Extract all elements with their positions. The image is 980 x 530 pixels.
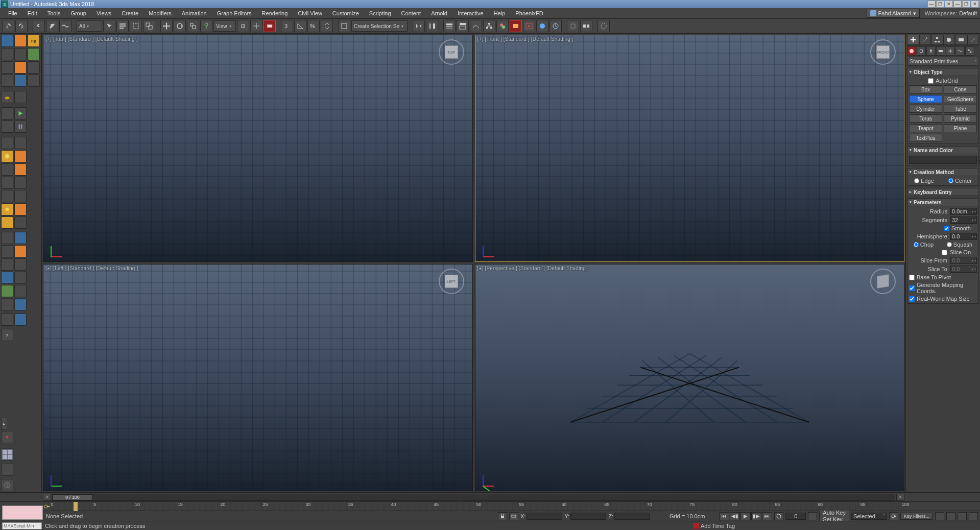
time-marker[interactable]	[74, 502, 78, 511]
smooth-checkbox[interactable]	[944, 226, 949, 231]
obj-cone[interactable]: Cone	[944, 85, 977, 93]
edit-named-sel-button[interactable]	[338, 20, 350, 32]
help-icon[interactable]: ?	[1, 329, 13, 341]
frame-icon[interactable]	[14, 314, 27, 326]
keyboard-shortcut-override-button[interactable]	[264, 20, 276, 32]
z-input[interactable]	[614, 513, 650, 520]
menu-civilview[interactable]: Civil View	[293, 9, 327, 17]
create-tab[interactable]	[907, 35, 919, 45]
render-setup-button[interactable]	[510, 20, 522, 32]
torus-icon[interactable]	[1, 163, 13, 176]
teapot-icon[interactable]	[1, 91, 13, 103]
water2-icon[interactable]	[14, 232, 27, 244]
toggle-ribbon-button[interactable]	[457, 20, 469, 32]
next-frame-button[interactable]: ▮▶	[751, 512, 761, 520]
record-icon[interactable]	[1, 121, 13, 133]
minimize2-icon[interactable]: —	[953, 1, 962, 8]
plant-icon[interactable]	[1, 285, 13, 297]
layers-icon[interactable]	[1, 48, 13, 60]
base-pivot-checkbox[interactable]	[909, 275, 915, 280]
spray-icon[interactable]	[14, 285, 27, 297]
restore-icon[interactable]: ❐	[936, 1, 944, 8]
gear2-icon[interactable]	[14, 177, 27, 189]
obj-sphere[interactable]: Sphere	[909, 95, 942, 103]
menu-group[interactable]: Group	[65, 9, 91, 17]
nav-zoom-button[interactable]	[946, 512, 955, 520]
hemisphere-spinner[interactable]: 0.0▲▼	[950, 233, 977, 240]
render-iterative-button[interactable]	[549, 20, 562, 32]
vray-rt-icon[interactable]	[14, 35, 27, 47]
window-crossing-button[interactable]	[143, 20, 155, 32]
time-slider-right[interactable]: >	[896, 494, 904, 501]
menu-rendering[interactable]: Rendering	[257, 9, 293, 17]
phoenix-resim-button[interactable]	[597, 20, 610, 32]
named-sel-dropdown[interactable]: Create Selection Se	[351, 20, 408, 32]
rotate-button[interactable]	[174, 20, 186, 32]
ship-icon[interactable]	[14, 298, 27, 310]
menu-interactive[interactable]: Interactive	[452, 9, 489, 17]
refcoord-dropdown[interactable]: View	[213, 20, 236, 32]
rollout-creation-method[interactable]: Creation Method	[907, 168, 979, 176]
viewport-left[interactable]: [+] [Left ] [Standard ] [Default Shading…	[43, 264, 473, 491]
wave2-icon[interactable]	[1, 298, 13, 310]
viewport-layout-button[interactable]	[1, 448, 13, 461]
goto-start-button[interactable]: ⏮	[719, 512, 729, 520]
maxscript-mini[interactable]: MAXScript Min	[2, 522, 42, 529]
obj-geosphere[interactable]: GeoSphere	[944, 95, 977, 103]
bulb-icon[interactable]	[1, 216, 13, 229]
current-frame[interactable]: 0	[785, 513, 806, 520]
add-time-tag[interactable]: Add Time Tag	[693, 523, 735, 529]
list-icon[interactable]	[1, 61, 13, 74]
misc-icon[interactable]	[1, 464, 13, 476]
cup-icon[interactable]	[14, 245, 27, 257]
isolate-button[interactable]	[509, 512, 518, 520]
viewport-top[interactable]: [+] [Top ] [Standard ] [Default Shading …	[43, 35, 473, 262]
segments-spinner[interactable]: 32▲▼	[950, 216, 977, 224]
mirror-button[interactable]	[413, 20, 425, 32]
shell-icon[interactable]	[14, 272, 27, 284]
restore2-icon[interactable]: ❐	[962, 1, 970, 8]
key-step-button[interactable]	[808, 512, 817, 520]
modify-tab[interactable]	[919, 35, 931, 45]
ball-icon[interactable]	[1, 177, 13, 189]
autogrid-checkbox[interactable]	[928, 78, 934, 84]
slice-on-checkbox[interactable]	[942, 250, 947, 255]
slice-from-spinner[interactable]: 0.0▲▼	[950, 257, 977, 264]
key-filter-dropdown[interactable]: Selected	[851, 513, 887, 520]
tree-icon[interactable]	[28, 48, 40, 60]
pivot-center-button[interactable]	[237, 20, 249, 32]
minimize-icon[interactable]: —	[927, 1, 936, 8]
category-dropdown[interactable]: Standard Primitives	[907, 57, 979, 66]
material-editor-button[interactable]	[496, 20, 509, 32]
radio-edge[interactable]: Edge	[914, 178, 934, 184]
particles-icon[interactable]	[1, 232, 13, 244]
obj-box[interactable]: Box	[909, 85, 942, 93]
help2-icon[interactable]: ?	[1, 479, 13, 491]
placement-button[interactable]	[200, 20, 212, 32]
camera-icon[interactable]	[1, 314, 13, 326]
x-input[interactable]	[527, 513, 562, 520]
viewcube-front[interactable]: FRONT	[870, 39, 896, 65]
object-name-input[interactable]	[909, 156, 977, 164]
display-tab[interactable]	[955, 35, 967, 45]
spacewarps-subtab[interactable]	[955, 46, 965, 56]
redo-button[interactable]	[15, 20, 28, 32]
spinner-snap-button[interactable]	[321, 20, 333, 32]
menu-modifiers[interactable]: Modifiers	[144, 9, 177, 17]
lock-selection-button[interactable]	[498, 512, 507, 520]
sun-icon[interactable]	[1, 203, 13, 215]
cameras-subtab[interactable]	[936, 46, 945, 56]
viewport-persp-label[interactable]: [+] [Perspective ] [Standard ] [Default …	[477, 266, 589, 271]
time-config-button[interactable]	[774, 512, 783, 520]
menu-animation[interactable]: Animation	[177, 9, 212, 17]
lights-subtab[interactable]	[926, 46, 936, 56]
user-account[interactable]: Fahd Alasmri ▾	[867, 9, 920, 18]
obj-tube[interactable]: Tube	[944, 105, 977, 113]
rollout-object-type[interactable]: Object Type	[907, 68, 979, 76]
obj-plane[interactable]: Plane	[944, 124, 977, 132]
hierarchy-tab[interactable]	[931, 35, 943, 45]
snap-toggle-button[interactable]: 3	[281, 20, 293, 32]
ruler-canvas[interactable]: 0510152025303540455055606570758085909510…	[52, 502, 905, 511]
align-button[interactable]	[426, 20, 438, 32]
render-icon[interactable]	[14, 91, 27, 103]
